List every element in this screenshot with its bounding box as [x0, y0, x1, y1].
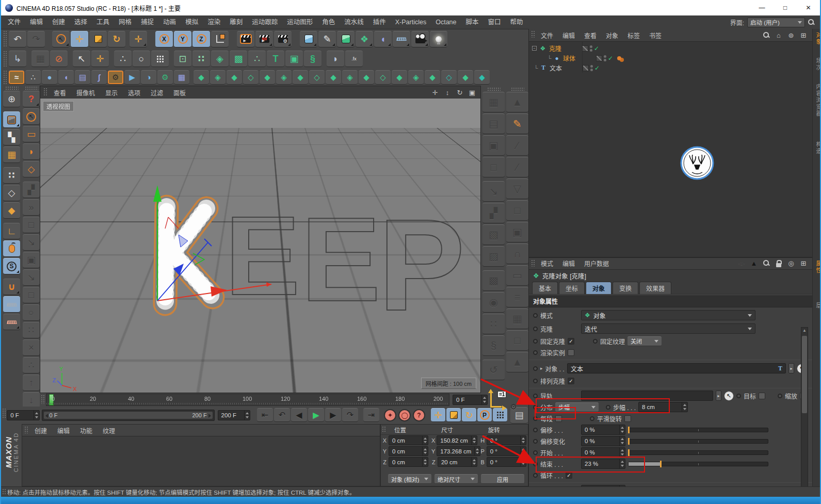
align-clone-checkbox[interactable] [568, 378, 574, 384]
coord-mode-dropdown-0[interactable]: 对象 (相对) [388, 474, 431, 484]
recycle-button[interactable]: ↺ [482, 360, 505, 380]
plane-grid-button[interactable]: ▩ [482, 270, 505, 291]
spinner-arrows-icon[interactable] [619, 425, 625, 434]
edges-mode-button[interactable]: ◇ [3, 185, 20, 201]
bridge-button[interactable]: ≡ [506, 287, 528, 307]
deformer-camera-button[interactable]: ◇ [441, 70, 457, 85]
drag-handle[interactable] [24, 426, 28, 433]
field-expand-button[interactable]: ▸ [788, 363, 794, 373]
rail-target-checkbox[interactable] [759, 393, 765, 399]
arrange-a-button[interactable]: □ [23, 217, 40, 233]
pan-view-button[interactable]: ✛ [429, 87, 441, 97]
deformer-explosion-button[interactable]: ◆ [227, 70, 242, 85]
om-menu-0[interactable]: 文件 [536, 31, 558, 40]
polygons-mode-button[interactable]: ◆ [3, 202, 20, 219]
gear-icon[interactable]: ⚙ [510, 402, 517, 412]
side-tab-属性[interactable]: 属性 [814, 261, 821, 274]
side-tab-层[interactable]: 层 [814, 302, 821, 309]
cylinder-button[interactable]: □ [506, 200, 528, 221]
coord-位置-Z-field[interactable]: 0 cm [389, 457, 428, 467]
scrollbar-thumb[interactable] [802, 336, 807, 413]
attributes-scrollbar[interactable]: ▲ ▼ [801, 327, 808, 496]
loop-key-radio[interactable] [533, 473, 538, 478]
mirror-button[interactable]: ▞ [23, 182, 40, 198]
deformer-shatter-button[interactable]: ◆ [326, 70, 341, 85]
offset-variation-field[interactable]: 0 % [581, 436, 625, 446]
move-tool-button[interactable]: ✛ [71, 31, 88, 47]
menu-item-6[interactable]: 捕捉 [136, 15, 158, 29]
radial-clone-button[interactable]: ○ [133, 51, 150, 67]
drag-handle[interactable] [382, 426, 386, 432]
start-field[interactable]: 0 % [581, 447, 625, 458]
layer-box-icon[interactable] [582, 45, 588, 52]
effector-fx-button[interactable]: .fx [345, 51, 363, 67]
next-key-button[interactable]: ↷ [342, 408, 358, 422]
spinner-arrows-icon[interactable] [520, 447, 526, 456]
help-button[interactable]: ? [23, 91, 40, 107]
cube-plain-button[interactable]: □ [482, 157, 505, 177]
coord-位置-X-field[interactable]: 0 cm [389, 435, 428, 445]
mospline-button[interactable]: § [304, 51, 321, 67]
render-instance-checkbox[interactable] [568, 349, 574, 356]
view-name-label[interactable]: 透视视图 [43, 101, 74, 111]
drag-handle[interactable] [2, 489, 6, 495]
tweak-mode-button[interactable] [3, 240, 20, 257]
menu-item-7[interactable]: 动画 [158, 15, 181, 29]
object-row-球体[interactable]: └●球体✓ [529, 53, 812, 63]
toggle-view-button[interactable]: ▣ [466, 87, 478, 97]
deformer-wave-button[interactable]: ◈ [408, 70, 424, 85]
om-newpanel-button[interactable]: ⊞ [798, 30, 809, 40]
subdivision-surface-button[interactable] [337, 31, 355, 47]
fix-b-dropdown[interactable]: 关闭 [627, 336, 662, 346]
menu-item-20[interactable]: 帮助 [506, 15, 528, 29]
dots-grid-button[interactable]: ∷ [23, 322, 40, 338]
phong-tag-icon[interactable] [617, 56, 621, 60]
center-button[interactable]: ▣ [23, 252, 40, 268]
render-instance-key-radio[interactable] [533, 350, 538, 355]
drag-handle[interactable] [2, 408, 6, 418]
prev-frame-button[interactable]: ◀ [291, 408, 307, 422]
end-slider[interactable] [628, 462, 768, 466]
spinner-arrows-icon[interactable] [474, 447, 480, 456]
drag-handle[interactable] [531, 259, 535, 267]
live-select-button[interactable]: ↖ [23, 108, 40, 125]
spinner-arrows-icon[interactable] [422, 436, 428, 445]
side-tab-场次[interactable]: 场次 [814, 58, 821, 71]
axis-mode-button[interactable]: ∟ [3, 223, 20, 239]
deformer-bend-button[interactable]: ◆ [194, 70, 209, 85]
layer-box-icon[interactable] [583, 65, 589, 71]
menu-item-5[interactable]: 网格 [114, 15, 136, 29]
range-end-field[interactable]: 200 F [218, 410, 250, 420]
snap-button[interactable]: S [3, 258, 20, 274]
am-history-button[interactable]: ◁▷ [736, 258, 747, 268]
am-target-button[interactable]: ◎ [786, 258, 796, 268]
plane-arrow-d-button[interactable]: ▨ [482, 246, 505, 267]
field-expand-button[interactable]: ▸ [716, 391, 721, 401]
clones-dropdown[interactable]: 迭代 [581, 323, 755, 334]
material-menu-3[interactable]: 纹理 [98, 426, 120, 435]
per-segment-checkbox[interactable] [555, 415, 562, 422]
menu-item-12[interactable]: 运动图形 [282, 15, 317, 29]
spinner-arrows-icon[interactable] [471, 458, 477, 466]
gear-orange-button[interactable]: ⚙ [108, 70, 123, 85]
y-axis-lock-button[interactable]: Y [174, 31, 191, 47]
mode-dropdown[interactable]: ❖对象 [581, 310, 755, 320]
side-tab-内容浏览器[interactable]: 内容浏览器 [814, 84, 821, 117]
cloth-button[interactable]: ◗ [327, 51, 344, 67]
pick-object-button[interactable]: ↖ [724, 391, 734, 401]
am-search-button[interactable] [761, 258, 771, 268]
deformer-correction-button[interactable]: ◆ [474, 70, 490, 85]
current-frame-field[interactable]: 0 F [453, 395, 488, 405]
drag-handle[interactable] [43, 88, 47, 96]
viewport-menu-4[interactable]: 过滤 [146, 88, 168, 97]
key-help-button[interactable]: ? [413, 409, 425, 421]
deformer-wind-button[interactable]: ◆ [293, 70, 308, 85]
om-filter-button[interactable]: ⊚ [786, 30, 796, 40]
viewport-menu-1[interactable]: 摄像机 [71, 88, 100, 97]
coord-尺寸-Z-field[interactable]: 20 cm [438, 457, 477, 467]
rect-select-button[interactable]: ▭ [23, 126, 40, 142]
magnet-points-button[interactable]: ✛ [91, 51, 109, 67]
coordinates-manager-button[interactable]: ↳ [9, 51, 26, 67]
object-row-文本[interactable]: └T文本✓ [529, 63, 812, 73]
zoom-view-button[interactable]: ↕ [442, 87, 453, 97]
